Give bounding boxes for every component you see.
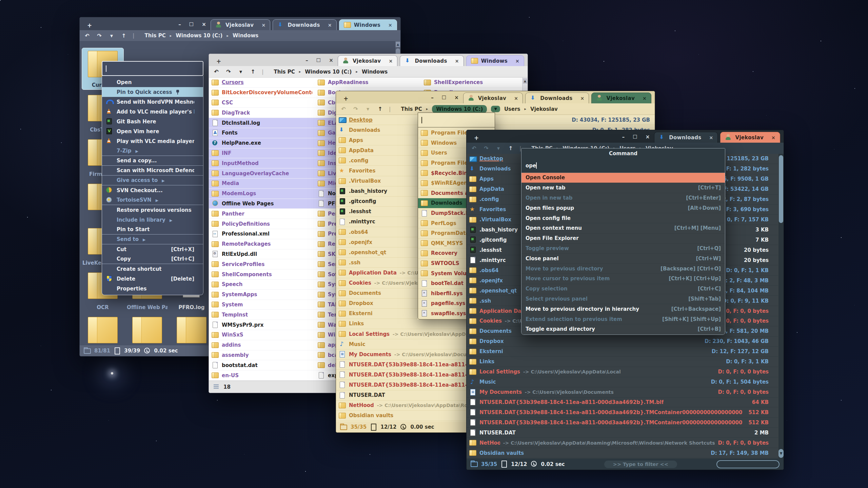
tab[interactable]: Vjekoslav ×: [338, 55, 398, 66]
file-tile[interactable]: PrintDialog: [171, 314, 213, 345]
back-icon[interactable]: ↶: [471, 145, 477, 151]
up-icon[interactable]: ↑: [507, 145, 514, 151]
file-row[interactable]: Panther: [209, 209, 315, 219]
tab[interactable]: Vjekoslav ×: [591, 93, 651, 103]
tab[interactable]: Windows ×: [339, 19, 397, 30]
file-row[interactable]: en-US: [209, 370, 315, 381]
scroll-down-icon[interactable]: ▼: [778, 449, 784, 458]
context-menu-item[interactable]: Scan with Microsoft Defender...: [102, 166, 203, 176]
file-row[interactable]: NTUSER.DAT{53b39e88-18c4-11ea-a811-000d3…: [467, 407, 778, 418]
history-dropdown-icon[interactable]: ▾: [364, 106, 371, 112]
file-row[interactable]: ShellComponents: [209, 269, 315, 280]
up-icon[interactable]: ↑: [120, 33, 127, 39]
context-menu-item[interactable]: Pin to Quick access: [102, 87, 203, 97]
file-row[interactable]: Fonts: [209, 128, 315, 138]
forward-icon[interactable]: ↷: [96, 33, 103, 39]
file-row[interactable]: ModemLogs: [209, 189, 315, 199]
palette-command[interactable]: Extend selection to previous item [Shift…: [521, 314, 725, 324]
history-dropdown-icon[interactable]: ▾: [237, 68, 244, 75]
new-tab-button[interactable]: +: [469, 135, 484, 143]
history-dropdown-icon[interactable]: ▾: [495, 145, 502, 151]
file-row[interactable]: WMSysPr9.prx: [209, 320, 315, 330]
file-row[interactable]: Links D: 0, F: 3, 1 KB: [467, 357, 778, 367]
tab[interactable]: Downloads ×: [525, 93, 589, 103]
file-row[interactable]: SystemApps: [209, 290, 315, 300]
new-tab-button[interactable]: +: [82, 22, 97, 30]
tab[interactable]: Windows ×: [466, 55, 524, 66]
file-row[interactable]: AppReadiness: [315, 78, 421, 88]
palette-command[interactable]: Open Console: [521, 173, 725, 183]
titlebar[interactable]: + – ☐ × Vjekoslav × Downloads × Windows …: [209, 54, 528, 66]
palette-command[interactable]: Toggle preview [Ctrl+Q]: [521, 244, 725, 254]
up-icon[interactable]: ↑: [250, 68, 256, 75]
file-row[interactable]: TempInst: [209, 310, 315, 320]
back-icon[interactable]: ↶: [84, 33, 91, 39]
context-menu-item[interactable]: Git Bash Here: [102, 117, 203, 126]
back-icon[interactable]: ↶: [340, 106, 347, 112]
scrollbar[interactable]: ▼: [778, 154, 784, 459]
file-row[interactable]: NTUSER.DAT{53b39e88-18c4-11ea-a811-000d3…: [467, 398, 778, 408]
palette-command[interactable]: Open in new tab [Ctrl+Enter]: [521, 193, 725, 203]
tab-close-icon[interactable]: ×: [709, 135, 713, 140]
context-menu-item[interactable]: TortoiseSVN: [102, 195, 203, 205]
file-tile[interactable]: PolicyDefinitions: [82, 314, 124, 345]
crumb-this-pc[interactable]: This PC: [144, 33, 165, 39]
context-menu-item[interactable]: SVN Checkout...: [102, 185, 203, 195]
file-row[interactable]: Cursors: [209, 78, 315, 88]
file-row[interactable]: WinSxS: [209, 330, 315, 340]
palette-command[interactable]: Select previous panel [Shift+Tab]: [521, 294, 725, 304]
type-to-filter-hint[interactable]: >> Type to filter <<: [604, 461, 677, 468]
tab-close-icon[interactable]: ×: [580, 96, 584, 101]
tab-close-icon[interactable]: ×: [261, 22, 265, 28]
file-row[interactable]: DiagTrack: [209, 108, 315, 118]
minimize-button[interactable]: –: [622, 134, 625, 140]
context-menu-item[interactable]: Open: [102, 77, 203, 87]
file-row[interactable]: System: [209, 300, 315, 310]
context-menu-item[interactable]: Restore previous versions: [102, 205, 203, 215]
file-row[interactable]: Offline Web Pages: [209, 199, 315, 209]
tab-close-icon[interactable]: ×: [643, 96, 647, 101]
close-button[interactable]: ×: [329, 57, 333, 63]
breadcrumb[interactable]: This PC▸ Windows 10 (C:)▸ Windows: [144, 33, 258, 39]
minimize-button[interactable]: –: [178, 21, 181, 27]
tab[interactable]: Downloads ×: [273, 19, 336, 30]
tab[interactable]: Downloads ×: [400, 55, 463, 66]
tab-close-icon[interactable]: ×: [515, 58, 519, 64]
file-row[interactable]: Obsidian vaults D: 17, F: 149, 38 MB: [467, 448, 778, 458]
palette-command[interactable]: Toggle expand directory [Ctrl+B]: [521, 324, 725, 334]
context-menu-item[interactable]: Send with NordVPN Meshnet: [102, 97, 203, 107]
context-menu-item[interactable]: Create shortcut: [102, 264, 203, 274]
crumb-dir[interactable]: Windows: [233, 33, 258, 39]
file-row[interactable]: ShellExperiences: [421, 78, 527, 88]
filter-input[interactable]: [716, 460, 780, 468]
up-icon[interactable]: ↑: [377, 106, 383, 112]
drive-dropdown-button[interactable]: ▼: [491, 106, 500, 112]
crumb-users[interactable]: Users: [504, 106, 520, 112]
context-menu-item[interactable]: Add to VLC media player's Playlist: [102, 107, 203, 117]
palette-command[interactable]: Open files popup [Alt+Down]: [521, 203, 725, 213]
file-row[interactable]: RtlExUpd.dll: [209, 249, 315, 260]
breadcrumb[interactable]: This PC▸ Windows 10 (C:)▸ Windows: [274, 69, 388, 75]
palette-command[interactable]: Close panel [Ctrl+W]: [521, 253, 725, 264]
crumb-user[interactable]: Vjekoslav: [530, 106, 558, 112]
file-row[interactable]: addins: [209, 340, 315, 350]
file-row[interactable]: HelpPane.exe: [209, 138, 315, 148]
scroll-thumb[interactable]: [779, 155, 783, 223]
forward-icon[interactable]: ↷: [483, 145, 490, 151]
palette-command[interactable]: Open File Explorer: [521, 233, 725, 244]
file-row[interactable]: Music D: 0, F: 1, 504 bytes: [467, 377, 778, 387]
maximize-button[interactable]: ☐: [633, 134, 637, 140]
forward-icon[interactable]: ↷: [225, 68, 232, 75]
context-menu-item[interactable]: 7-Zip: [102, 146, 203, 156]
file-row[interactable]: DtcInstall.log: [209, 118, 315, 128]
file-row[interactable]: Speech: [209, 280, 315, 290]
file-row[interactable]: Eksterni D: 12, F: 127, 12 GB: [467, 347, 778, 357]
titlebar[interactable]: + – ☐ × Vjekoslav × Downloads × Windows …: [80, 17, 400, 30]
file-row[interactable]: InputMethod: [209, 158, 315, 168]
context-menu-item[interactable]: Properties: [102, 284, 203, 293]
file-row[interactable]: LanguageOverlayCache: [209, 168, 315, 179]
tab-close-icon[interactable]: ×: [328, 22, 332, 28]
maximize-button[interactable]: ☐: [316, 57, 321, 63]
forward-icon[interactable]: ↷: [352, 106, 359, 112]
file-row[interactable]: BitLockerDiscoveryVolumeContents: [209, 88, 315, 98]
